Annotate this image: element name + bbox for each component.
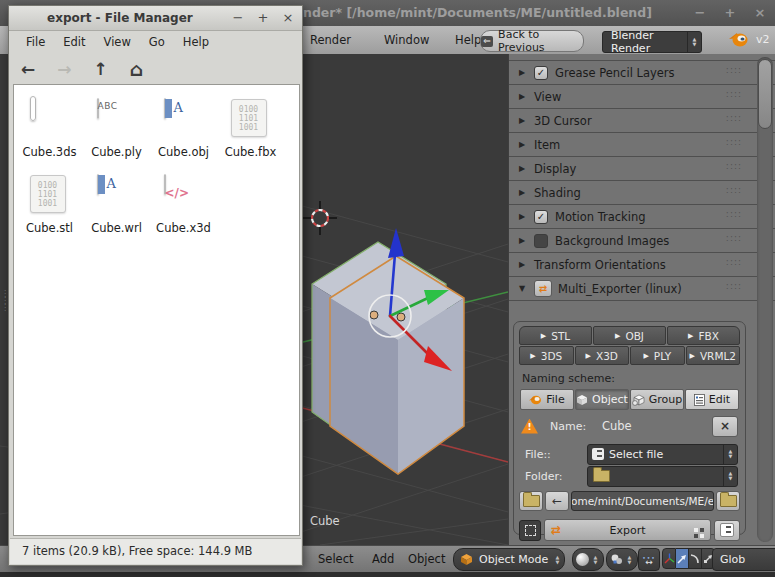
- panel-view[interactable]: ▶ View ::::: [509, 85, 775, 109]
- new-folder-button[interactable]: [519, 491, 543, 511]
- file-manager-titlebar[interactable]: export - File Manager − + ×: [9, 6, 302, 31]
- panel-grip-icon[interactable]: ::::: [726, 185, 742, 195]
- export-vrml2-button[interactable]: ▶ VRML2: [686, 346, 741, 365]
- forward-icon[interactable]: →: [57, 59, 71, 79]
- expand-arrow-icon[interactable]: ▶: [519, 68, 527, 77]
- panel-grip-icon[interactable]: ::::: [726, 113, 742, 123]
- export-button[interactable]: ⇄ Export: [544, 519, 711, 541]
- fm-menu-help[interactable]: Help: [174, 35, 218, 49]
- panel-transform-orientations[interactable]: ▶ Transform Orientations ::::: [509, 253, 775, 277]
- blender-maximize-button[interactable]: +: [723, 0, 737, 26]
- expand-arrow-icon[interactable]: ▶: [519, 236, 527, 245]
- translate-button[interactable]: [676, 548, 689, 569]
- export-ply-button[interactable]: ▶ PLY: [630, 346, 685, 365]
- panel-multi-exporter[interactable]: ▼ ⇄ Multi_Exporter (linux) ::::: [509, 277, 775, 301]
- export-fbx-button[interactable]: ▶ FBX: [667, 326, 740, 345]
- panel-grip-icon[interactable]: ::::: [726, 257, 742, 267]
- export-obj-button[interactable]: ▶ OBJ: [593, 326, 666, 345]
- panel-grease-pencil-layers[interactable]: ▶ ✓ Grease Pencil Layers ::::: [509, 61, 775, 85]
- checkbox-checked-icon[interactable]: ✓: [534, 210, 548, 224]
- fm-menu-file[interactable]: File: [17, 35, 54, 49]
- stepper-icon[interactable]: ▲▼: [723, 467, 737, 486]
- path-back-button[interactable]: ←: [545, 491, 569, 511]
- stepper-icon[interactable]: ▲▼: [623, 549, 636, 570]
- expand-arrow-icon[interactable]: ▶: [519, 140, 527, 149]
- scrollbar-thumb[interactable]: [758, 59, 772, 129]
- export-stl-button[interactable]: ▶ STL: [519, 326, 592, 345]
- checkbox-checked-icon[interactable]: ✓: [534, 66, 548, 80]
- menu-window[interactable]: Window: [384, 26, 429, 54]
- expand-arrow-icon[interactable]: ▶: [519, 164, 527, 173]
- stepper-icon[interactable]: ▲▼: [687, 32, 701, 52]
- file-item-cube-obj[interactable]: A Cube.obj: [150, 99, 217, 159]
- mode-select[interactable]: Object Mode ▲▼: [453, 548, 565, 571]
- stepper-icon[interactable]: ▲▼: [589, 549, 602, 570]
- clear-name-button[interactable]: ×: [712, 416, 738, 437]
- expand-arrow-icon[interactable]: ▶: [519, 116, 527, 125]
- panel-background-images[interactable]: ▶ Background Images ::::: [509, 229, 775, 253]
- menu-select[interactable]: Select: [318, 546, 353, 572]
- naming-group-button[interactable]: Group: [630, 389, 684, 410]
- border-select-button[interactable]: [519, 520, 541, 541]
- select-folder-dropdown[interactable]: ▲▼: [587, 466, 738, 487]
- panel-grip-icon[interactable]: ::::: [726, 161, 742, 171]
- viewport-shading-select[interactable]: ▲▼: [572, 548, 604, 571]
- panel-display[interactable]: ▶ Display ::::: [509, 157, 775, 181]
- blender-close-button[interactable]: ×: [753, 0, 767, 26]
- panel-3d-cursor[interactable]: ▶ 3D Cursor ::::: [509, 109, 775, 133]
- menu-add[interactable]: Add: [372, 546, 394, 572]
- file-item-cube-x3d[interactable]: </> Cube.x3d: [150, 175, 217, 235]
- fm-menu-go[interactable]: Go: [140, 35, 174, 49]
- stepper-icon[interactable]: ▲▼: [723, 445, 737, 464]
- expand-arrow-icon[interactable]: ▶: [519, 212, 527, 221]
- fm-minimize-button[interactable]: −: [232, 6, 244, 30]
- back-icon[interactable]: ←: [21, 59, 35, 79]
- fm-close-button[interactable]: ×: [282, 6, 294, 30]
- naming-edit-button[interactable]: Edit: [685, 389, 739, 410]
- naming-object-button[interactable]: Object: [575, 389, 629, 410]
- up-icon[interactable]: ↑: [94, 59, 108, 79]
- sidebar-scrollbar[interactable]: [757, 57, 773, 542]
- panel-grip-icon[interactable]: ::::: [726, 137, 742, 147]
- panel-motion-tracking[interactable]: ▶ ✓ Motion Tracking ::::: [509, 205, 775, 229]
- fm-menu-edit[interactable]: Edit: [54, 35, 94, 49]
- fm-menu-view[interactable]: View: [95, 35, 140, 49]
- checkbox-unchecked-icon[interactable]: [534, 234, 548, 248]
- file-view[interactable]: Cube.3ds ABC Cube.ply A Cube.obj 0100 11…: [13, 84, 300, 536]
- pivot-point-select[interactable]: ▲▼: [606, 548, 638, 571]
- file-item-cube-wrl[interactable]: A Cube.wrl: [83, 175, 150, 235]
- manipulator-toggle-button[interactable]: [662, 548, 676, 569]
- file-item-cube-3ds[interactable]: Cube.3ds: [16, 99, 83, 159]
- export-list-button[interactable]: [714, 520, 740, 541]
- expand-arrow-icon[interactable]: ▶: [519, 260, 527, 269]
- select-file-dropdown[interactable]: Select file ▲▼: [587, 444, 738, 465]
- open-folder-button[interactable]: [716, 491, 740, 511]
- panel-item[interactable]: ▶ Item ::::: [509, 133, 775, 157]
- panel-grip-icon[interactable]: ::::: [726, 65, 742, 75]
- home-icon[interactable]: ⌂: [130, 58, 144, 80]
- file-item-cube-stl[interactable]: 0100 1101 1001 Cube.stl: [16, 175, 83, 235]
- menu-help[interactable]: Help: [455, 26, 481, 54]
- stepper-icon[interactable]: ▲▼: [551, 549, 564, 570]
- export-path-field[interactable]: /home/mint/Documents/ME/e...: [571, 491, 714, 511]
- blender-minimize-button[interactable]: −: [693, 0, 707, 26]
- panel-grip-icon[interactable]: ::::: [726, 281, 742, 291]
- expand-arrow-icon[interactable]: ▶: [519, 188, 527, 197]
- menu-render[interactable]: Render: [310, 26, 351, 54]
- export-x3d-button[interactable]: ▶ X3D: [575, 346, 630, 365]
- orientation-select[interactable]: Glob: [712, 548, 775, 571]
- panel-shading[interactable]: ▶ Shading ::::: [509, 181, 775, 205]
- render-engine-select[interactable]: Blender Render ▲▼: [602, 31, 702, 53]
- expand-arrow-icon[interactable]: ▶: [519, 92, 527, 101]
- naming-file-button[interactable]: File: [520, 389, 574, 410]
- proportional-edit-button[interactable]: ••• ↔: [638, 548, 660, 571]
- rotate-button[interactable]: [689, 548, 702, 569]
- panel-grip-icon[interactable]: ::::: [726, 89, 742, 99]
- menu-object[interactable]: Object: [408, 546, 445, 572]
- collapse-arrow-icon[interactable]: ▼: [519, 284, 527, 293]
- file-item-cube-ply[interactable]: ABC Cube.ply: [83, 99, 150, 159]
- back-to-previous-button[interactable]: ⇐ Back to Previous: [480, 30, 584, 52]
- file-item-cube-fbx[interactable]: 0100 1101 1001 Cube.fbx: [217, 99, 284, 159]
- panel-grip-icon[interactable]: ::::: [726, 233, 742, 243]
- fm-maximize-button[interactable]: +: [257, 6, 269, 30]
